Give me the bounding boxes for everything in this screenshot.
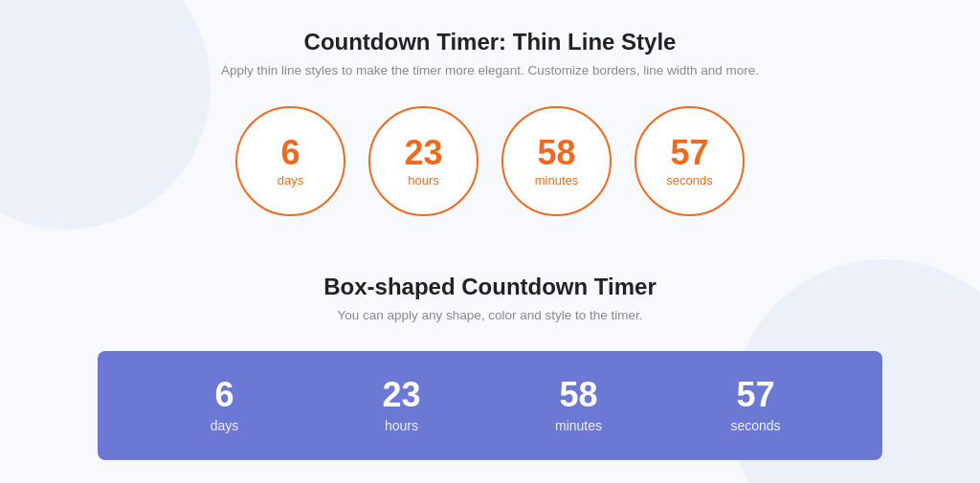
box-days-value: 6 xyxy=(214,378,234,412)
box-hours: 23 hours xyxy=(313,378,490,433)
box-hours-label: hours xyxy=(385,418,418,433)
circle-seconds: 57 seconds xyxy=(635,106,745,216)
box-days: 6 days xyxy=(136,378,313,433)
box-shape-section: Box-shaped Countdown Timer You can apply… xyxy=(98,274,882,460)
box-seconds-label: seconds xyxy=(730,418,780,433)
circle-days: 6 days xyxy=(235,106,345,216)
box-hours-value: 23 xyxy=(382,378,420,412)
thin-line-section: Countdown Timer: Thin Line Style Apply t… xyxy=(98,29,882,264)
circle-minutes-value: 58 xyxy=(537,136,575,170)
box-seconds-value: 57 xyxy=(736,378,774,412)
box-minutes-value: 58 xyxy=(559,378,597,412)
box-timer: 6 days 23 hours 58 minutes 57 seconds xyxy=(98,351,882,460)
circle-hours-value: 23 xyxy=(404,136,442,170)
circle-days-label: days xyxy=(278,173,303,187)
circle-hours-label: hours xyxy=(408,173,439,187)
circle-days-value: 6 xyxy=(280,136,300,170)
box-days-label: days xyxy=(211,418,239,433)
box-seconds: 57 seconds xyxy=(667,378,844,433)
circle-hours: 23 hours xyxy=(368,106,479,216)
thin-line-subtitle: Apply thin line styles to make the timer… xyxy=(98,63,882,77)
thin-line-timer: 6 days 23 hours 58 minutes 57 seconds xyxy=(98,106,882,216)
circle-minutes-label: minutes xyxy=(535,173,579,187)
thin-line-title: Countdown Timer: Thin Line Style xyxy=(98,29,882,55)
box-minutes-label: minutes xyxy=(555,418,602,433)
box-minutes: 58 minutes xyxy=(490,378,667,433)
circle-seconds-label: seconds xyxy=(666,173,712,187)
box-shape-subtitle: You can apply any shape, color and style… xyxy=(98,308,882,322)
circle-minutes: 58 minutes xyxy=(501,106,612,216)
box-shape-title: Box-shaped Countdown Timer xyxy=(98,274,882,300)
circle-seconds-value: 57 xyxy=(670,136,708,170)
